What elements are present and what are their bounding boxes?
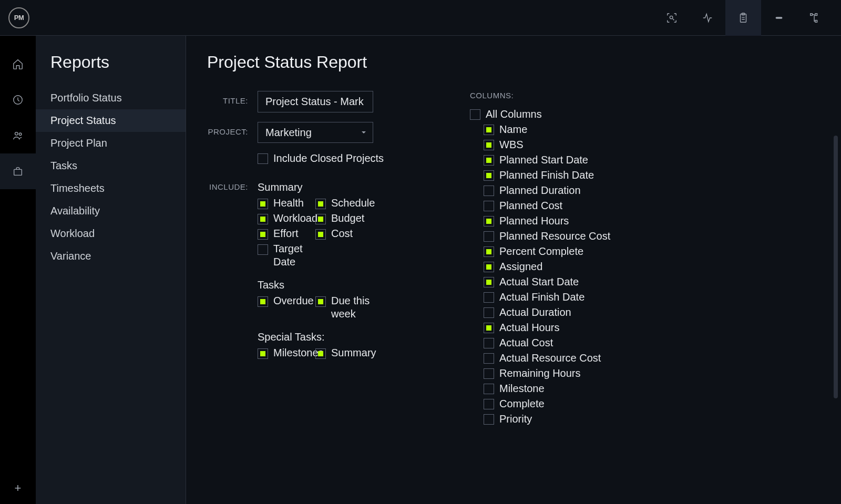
column-row[interactable]: Actual Resource Cost [470, 352, 820, 364]
sidebar-item[interactable]: Project Status [36, 109, 186, 132]
column-row[interactable]: Planned Start Date [470, 154, 820, 166]
tasks-item-checkbox[interactable] [258, 296, 268, 307]
special-item-label: Summary [331, 346, 376, 359]
summary-item-row[interactable]: Budget [315, 212, 373, 225]
sidebar-item[interactable]: Tasks [36, 155, 186, 177]
special-item-row[interactable]: Summary [315, 346, 373, 359]
column-row[interactable]: Complete [470, 398, 820, 410]
sidebar-item[interactable]: Variance [36, 245, 186, 268]
summary-item-row[interactable]: Target Date [258, 242, 315, 269]
include-closed-checkbox[interactable] [258, 153, 268, 164]
sidebar-item[interactable]: Portfolio Status [36, 87, 186, 109]
column-row[interactable]: Actual Duration [470, 306, 820, 318]
column-checkbox[interactable] [484, 201, 494, 211]
summary-item-row[interactable]: Schedule [315, 197, 373, 210]
special-item-checkbox[interactable] [258, 348, 268, 359]
column-label: Planned Resource Cost [499, 230, 610, 242]
column-checkbox[interactable] [484, 125, 494, 135]
column-checkbox[interactable] [484, 170, 494, 181]
svg-rect-3 [776, 17, 783, 19]
summary-item-checkbox[interactable] [315, 199, 326, 209]
column-checkbox[interactable] [484, 338, 494, 348]
column-row[interactable]: Planned Finish Date [470, 169, 820, 181]
column-checkbox[interactable] [484, 384, 494, 394]
home-icon[interactable] [0, 46, 36, 82]
tasks-item-checkbox[interactable] [315, 296, 326, 307]
title-label: TITLE: [207, 91, 258, 105]
search-zoom-icon[interactable] [654, 0, 690, 36]
summary-item-checkbox[interactable] [315, 229, 326, 240]
special-item-row[interactable]: Milestones [258, 346, 315, 359]
tasks-item-row[interactable]: Overdue [258, 294, 315, 321]
column-checkbox[interactable] [484, 155, 494, 166]
clipboard-icon[interactable] [725, 0, 761, 36]
summary-item-checkbox[interactable] [258, 214, 268, 224]
summary-item-row[interactable]: Workload [258, 212, 315, 225]
briefcase-icon[interactable] [0, 153, 36, 189]
column-row[interactable]: Assigned [470, 261, 820, 273]
column-row[interactable]: Percent Complete [470, 245, 820, 258]
sidebar-item[interactable]: Workload [36, 222, 186, 245]
summary-item-checkbox[interactable] [258, 199, 268, 209]
svg-point-0 [670, 16, 673, 18]
column-row[interactable]: Planned Hours [470, 215, 820, 227]
sidebar-item[interactable]: Availability [36, 200, 186, 222]
column-checkbox[interactable] [484, 323, 494, 333]
special-heading: Special Tasks: [258, 331, 459, 343]
column-label: Actual Hours [499, 322, 560, 334]
column-row[interactable]: Priority [470, 413, 820, 425]
hierarchy-icon[interactable] [797, 0, 833, 36]
column-row[interactable]: Actual Finish Date [470, 291, 820, 303]
column-checkbox[interactable] [484, 246, 494, 257]
all-columns-row[interactable]: All Columns [470, 108, 820, 120]
column-checkbox[interactable] [484, 231, 494, 242]
logo[interactable]: PM [8, 7, 29, 28]
activity-icon[interactable] [690, 0, 725, 36]
summary-item-checkbox[interactable] [258, 244, 268, 255]
summary-item-checkbox[interactable] [258, 229, 268, 240]
reports-sidebar: Reports Portfolio StatusProject StatusPr… [36, 36, 186, 504]
title-input[interactable] [258, 91, 373, 112]
column-row[interactable]: Actual Hours [470, 322, 820, 334]
content-area: Project Status Report TITLE: PROJECT: Ma… [186, 36, 841, 504]
include-closed-row[interactable]: Include Closed Projects [258, 152, 459, 164]
add-button[interactable]: + [0, 472, 36, 504]
sidebar-item[interactable]: Timesheets [36, 177, 186, 200]
column-checkbox[interactable] [484, 307, 494, 318]
column-row[interactable]: Name [470, 124, 820, 136]
column-row[interactable]: Milestone [470, 383, 820, 395]
column-row[interactable]: Planned Duration [470, 184, 820, 197]
column-checkbox[interactable] [484, 277, 494, 287]
column-checkbox[interactable] [484, 186, 494, 196]
project-select[interactable]: Marketing [258, 122, 373, 143]
include-closed-label: Include Closed Projects [273, 152, 384, 164]
tasks-item-row[interactable]: Due this week [315, 294, 373, 321]
sidebar-item[interactable]: Project Plan [36, 132, 186, 155]
clock-icon[interactable] [0, 82, 36, 118]
column-row[interactable]: Actual Cost [470, 337, 820, 349]
scrollbar[interactable] [834, 136, 838, 398]
column-checkbox[interactable] [484, 414, 494, 425]
special-item-checkbox[interactable] [315, 348, 326, 359]
column-checkbox[interactable] [484, 368, 494, 379]
summary-item-row[interactable]: Cost [315, 227, 373, 240]
column-row[interactable]: Planned Cost [470, 200, 820, 212]
column-row[interactable]: Actual Start Date [470, 276, 820, 288]
column-checkbox[interactable] [484, 216, 494, 227]
summary-item-row[interactable]: Effort [258, 227, 315, 240]
column-checkbox[interactable] [484, 353, 494, 364]
column-row[interactable]: Remaining Hours [470, 367, 820, 379]
column-label: Actual Cost [499, 337, 553, 349]
column-checkbox[interactable] [484, 399, 494, 409]
minus-icon[interactable] [761, 0, 797, 36]
people-icon[interactable] [0, 118, 36, 153]
summary-item-row[interactable]: Health [258, 197, 315, 210]
summary-item-checkbox[interactable] [315, 214, 326, 224]
all-columns-checkbox[interactable] [470, 109, 480, 120]
column-row[interactable]: Planned Resource Cost [470, 230, 820, 242]
column-checkbox[interactable] [484, 292, 494, 303]
column-checkbox[interactable] [484, 140, 494, 150]
project-label: PROJECT: [207, 122, 258, 136]
column-checkbox[interactable] [484, 262, 494, 272]
column-row[interactable]: WBS [470, 139, 820, 151]
